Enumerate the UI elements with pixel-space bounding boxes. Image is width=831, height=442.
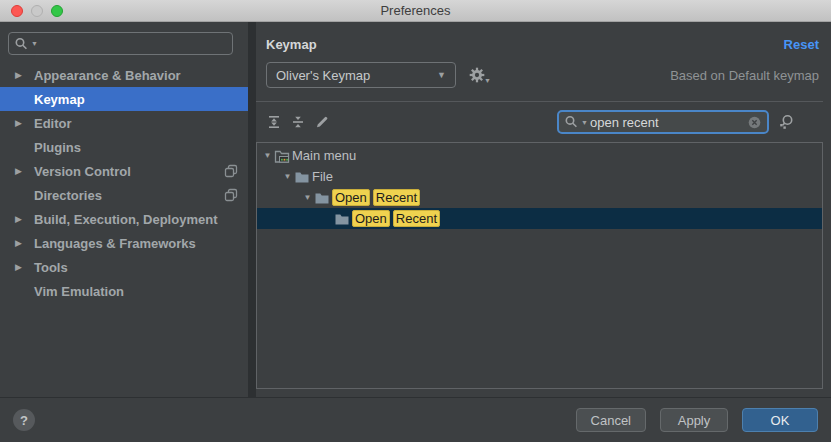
clear-search-icon[interactable] <box>747 115 762 130</box>
chevron-down-icon: ▼ <box>437 70 446 80</box>
sidebar-item-label: Vim Emulation <box>34 284 238 299</box>
chevron-down-icon: ▼ <box>484 77 491 84</box>
search-icon <box>14 36 30 52</box>
settings-search-input[interactable] <box>38 36 227 51</box>
sidebar-item-appearance-behavior[interactable]: ▶ Appearance & Behavior <box>0 63 248 87</box>
search-options-caret-icon[interactable]: ▼ <box>31 40 38 47</box>
highlighted-match: Recent <box>393 210 440 227</box>
sidebar-item-label: Editor <box>34 116 238 131</box>
edit-shortcut-button[interactable] <box>310 111 334 133</box>
sidebar-item-label: Tools <box>34 260 238 275</box>
collapse-all-button[interactable] <box>286 111 310 133</box>
reset-link[interactable]: Reset <box>784 37 819 52</box>
tree-row-open-recent-selected[interactable]: Open Recent <box>257 208 822 229</box>
tree-row-file[interactable]: ▼ File <box>257 166 822 187</box>
sidebar-item-label: Languages & Frameworks <box>34 236 238 251</box>
folder-icon <box>314 190 332 206</box>
sidebar-item-label: Version Control <box>34 164 224 179</box>
pencil-icon <box>314 114 330 130</box>
sidebar-item-label: Plugins <box>34 140 238 155</box>
sidebar-item-label: Build, Execution, Deployment <box>34 212 238 227</box>
search-icon <box>564 114 580 130</box>
find-by-shortcut-icon <box>777 113 795 131</box>
sidebar-item-directories[interactable]: Directories <box>0 183 248 207</box>
page-title: Keymap <box>266 37 317 52</box>
shortcut-search-input[interactable] <box>590 115 747 130</box>
keymap-dropdown[interactable]: Oliver's Keymap ▼ <box>266 62 456 88</box>
titlebar: Preferences <box>0 0 831 22</box>
main-menu-icon <box>274 148 292 164</box>
collapse-all-icon <box>290 114 306 130</box>
project-scope-icon <box>224 188 238 202</box>
chevron-right-icon[interactable]: ▶ <box>15 214 34 224</box>
ok-button[interactable]: OK <box>742 408 818 432</box>
sidebar-item-label: Appearance & Behavior <box>34 68 238 83</box>
chevron-right-icon[interactable]: ▶ <box>15 70 34 80</box>
sidebar-item-label: Keymap <box>34 92 238 107</box>
chevron-right-icon[interactable]: ▶ <box>15 262 34 272</box>
highlighted-match: Recent <box>373 189 420 206</box>
keymap-settings-panel: Keymap Reset Oliver's Keymap ▼ <box>256 22 831 397</box>
shortcut-tree: ▼ Main menu ▼ <box>256 142 823 389</box>
expand-all-icon <box>266 114 282 130</box>
shortcut-search-field[interactable]: ▼ <box>557 110 769 134</box>
sidebar-item-tools[interactable]: ▶ Tools <box>0 255 248 279</box>
keymap-dropdown-value: Oliver's Keymap <box>276 68 370 83</box>
tree-row-label: Main menu <box>292 148 356 163</box>
expand-all-button[interactable] <box>262 111 286 133</box>
settings-category-list: ▶ Appearance & Behavior Keymap ▶ Editor … <box>0 63 248 303</box>
project-scope-icon <box>224 164 238 178</box>
chevron-right-icon[interactable]: ▶ <box>15 118 34 128</box>
sidebar-item-keymap[interactable]: Keymap <box>0 87 248 111</box>
keymap-gear-button[interactable]: ▼ <box>468 66 491 84</box>
apply-button[interactable]: Apply <box>660 408 728 432</box>
sidebar-item-version-control[interactable]: ▶ Version Control <box>0 159 248 183</box>
highlighted-match: Open <box>332 189 370 206</box>
window-title: Preferences <box>0 3 831 18</box>
folder-icon <box>294 169 312 185</box>
sidebar-item-vim-emulation[interactable]: Vim Emulation <box>0 279 248 303</box>
sidebar-splitter[interactable] <box>248 22 256 397</box>
chevron-down-icon[interactable]: ▼ <box>301 193 314 202</box>
chevron-down-icon[interactable]: ▼ <box>261 151 274 160</box>
sidebar-item-label: Directories <box>34 188 224 203</box>
question-mark-icon: ? <box>20 413 28 428</box>
dialog-footer: ? Cancel Apply OK <box>0 397 831 442</box>
highlighted-match: Open <box>352 210 390 227</box>
tree-row-main-menu[interactable]: ▼ Main menu <box>257 145 822 166</box>
help-button[interactable]: ? <box>13 409 35 431</box>
sidebar-item-plugins[interactable]: Plugins <box>0 135 248 159</box>
sidebar-item-editor[interactable]: ▶ Editor <box>0 111 248 135</box>
tree-row-open-recent[interactable]: ▼ Open Recent <box>257 187 822 208</box>
chevron-right-icon[interactable]: ▶ <box>15 238 34 248</box>
keymap-toolbar: ▼ <box>256 102 831 142</box>
chevron-right-icon[interactable]: ▶ <box>15 166 34 176</box>
folder-icon <box>334 211 352 227</box>
find-actions-by-shortcut-button[interactable] <box>777 113 795 131</box>
settings-sidebar: ▼ ▶ Appearance & Behavior Keymap ▶ Edito… <box>0 22 248 397</box>
sidebar-item-languages-frameworks[interactable]: ▶ Languages & Frameworks <box>0 231 248 255</box>
tree-row-label: File <box>312 169 333 184</box>
based-on-label: Based on Default keymap <box>670 68 819 83</box>
chevron-down-icon[interactable]: ▼ <box>281 172 294 181</box>
search-options-caret-icon[interactable]: ▼ <box>581 119 588 126</box>
settings-search-box[interactable]: ▼ <box>8 32 233 55</box>
sidebar-item-build-execution-deployment[interactable]: ▶ Build, Execution, Deployment <box>0 207 248 231</box>
cancel-button[interactable]: Cancel <box>576 408 646 432</box>
preferences-window: Preferences ▼ ▶ Appearance & Behavior <box>0 0 831 442</box>
